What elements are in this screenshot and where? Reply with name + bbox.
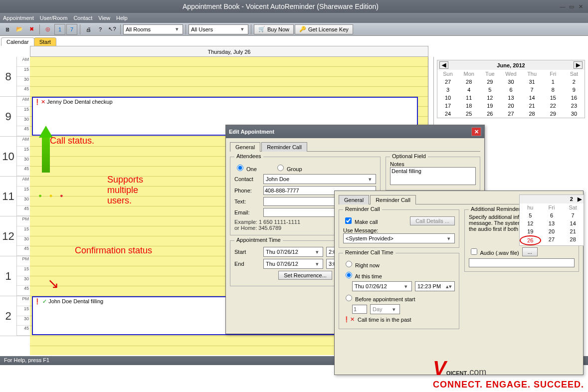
tab-start[interactable]: Start: [34, 37, 56, 46]
audio-checkbox[interactable]: Audio (.wav file): [469, 247, 519, 256]
status-icon: ❗: [34, 298, 41, 304]
notes-field[interactable]: Dental filling: [390, 167, 476, 185]
before-amount: [352, 305, 367, 314]
radio-one[interactable]: One: [234, 163, 257, 172]
cart-icon: 🛒: [258, 26, 265, 32]
window-titlebar: Appointment Book - Voicent AutoReminder …: [0, 0, 588, 13]
dialog-close-icon[interactable]: ✕: [471, 127, 481, 136]
menu-user-room[interactable]: User/Room: [40, 15, 68, 21]
browse-button[interactable]: ...: [522, 247, 538, 256]
audio-path-field[interactable]: [469, 258, 575, 267]
time-column: 8AM1530459AM15304510AM15304511AM15304512…: [0, 57, 30, 355]
status-icon: ❗✕: [34, 99, 45, 105]
radio-group[interactable]: Group: [275, 163, 302, 172]
message-combo[interactable]: <System Provided>▾: [343, 233, 455, 243]
one-day-icon[interactable]: 1: [54, 24, 65, 35]
start-date[interactable]: Thu 07/26/12▾: [263, 247, 323, 257]
menu-view[interactable]: View: [98, 15, 110, 21]
buy-now-button[interactable]: 🛒Buy Now: [254, 24, 294, 34]
contact-combo[interactable]: John Doe▾: [263, 174, 376, 184]
tab-calendar[interactable]: Calendar: [1, 37, 34, 46]
radio-right-now[interactable]: Right now: [343, 259, 380, 268]
radio-at-time[interactable]: At this time: [343, 270, 382, 279]
day-view-icon[interactable]: ◎: [42, 24, 53, 35]
menu-help[interactable]: Help: [116, 15, 128, 21]
day-header: Thursday, July 26: [30, 46, 428, 57]
dlg-tab-general[interactable]: General: [230, 142, 260, 152]
users-combo[interactable]: All Users▾: [189, 24, 248, 34]
license-button[interactable]: 🔑Get License Key: [295, 24, 353, 34]
main-tabs: Calendar Start: [0, 36, 588, 46]
end-date[interactable]: Thu 07/26/12▾: [263, 259, 323, 269]
week-icon[interactable]: 7: [66, 24, 77, 35]
annotation-arrow-stem: [42, 138, 50, 173]
dlg2-tab-general[interactable]: General: [339, 195, 369, 204]
new-icon[interactable]: 🗎: [2, 24, 13, 35]
print-icon[interactable]: 🖨: [83, 24, 94, 35]
next-month-icon[interactable]: ▶: [574, 61, 583, 69]
prev-month-icon[interactable]: ◀: [439, 61, 448, 69]
warning-icon: ❗✕: [343, 316, 355, 323]
rct-date[interactable]: Thu 07/26/12▾: [352, 281, 412, 291]
make-call-checkbox[interactable]: Make call: [343, 216, 378, 225]
confirm-icon: ✓: [42, 298, 47, 304]
window-title: Appointment Book - Voicent AutoReminder …: [3, 2, 558, 10]
voicent-logo: VOICENT.com CONNECT. ENGAGE. SUCCEED.: [433, 357, 584, 390]
annotation-arrow: [39, 126, 53, 138]
mini-calendar-june[interactable]: ◀ June, 2012 ▶ SunMonTueWedThuFriSat2728…: [437, 60, 585, 118]
minimize-button[interactable]: —: [558, 3, 567, 9]
maximize-button[interactable]: ▭: [567, 3, 576, 10]
dlg2-tab-reminder[interactable]: Reminder Call: [370, 195, 416, 204]
key-icon: 🔑: [299, 26, 306, 32]
dialog-titlebar[interactable]: Edit Appointment ✕: [226, 125, 484, 138]
close-button[interactable]: ✕: [576, 3, 585, 10]
menubar: Appointment User/Room Contact View Help: [0, 13, 588, 23]
menu-contact[interactable]: Contact: [73, 15, 92, 21]
dlg-tab-reminder[interactable]: Reminder Call: [261, 142, 307, 152]
menu-appointment[interactable]: Appointment: [3, 15, 34, 21]
open-icon[interactable]: 📂: [14, 24, 25, 35]
whatsthis-icon[interactable]: ↖?: [107, 24, 118, 35]
rooms-combo[interactable]: All Rooms▾: [123, 24, 183, 34]
delete-icon[interactable]: ✖: [26, 24, 37, 35]
before-unit: Day▾: [370, 304, 400, 314]
radio-before[interactable]: Before appointment start: [343, 293, 415, 302]
recurrence-button[interactable]: Set Recurrence...: [278, 271, 332, 280]
call-details-button[interactable]: Call Details ...: [410, 216, 455, 225]
help-icon[interactable]: ?: [95, 24, 106, 35]
toolbar: 🗎 📂 ✖ ◎ 1 7 🖨 ? ↖? All Rooms▾ All Users▾…: [0, 23, 588, 36]
mini-calendar-july-peek[interactable]: 2 ▶ huFriSat567121314192021262728: [519, 195, 584, 246]
annotation-curve-arrow: ↘: [47, 275, 59, 292]
rct-time[interactable]: 12:23 PM▴▾: [415, 281, 455, 291]
